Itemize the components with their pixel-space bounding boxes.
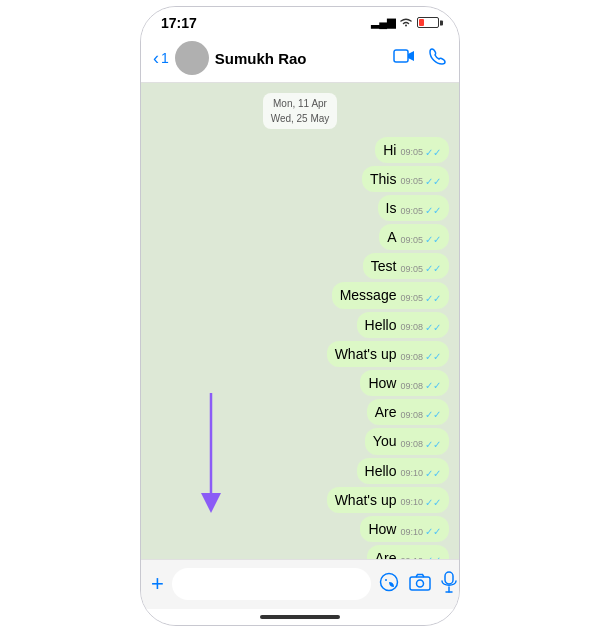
camera-icon[interactable] [409, 573, 431, 596]
home-indicator [141, 609, 459, 625]
message-time: 09:05 [400, 147, 423, 157]
message-input[interactable] [172, 568, 371, 600]
read-receipt-icon: ✓✓ [425, 380, 441, 391]
message-time: 09:05 [400, 293, 423, 303]
message-time: 09:05 [400, 264, 423, 274]
bubble-meta: 09:05✓✓ [400, 263, 441, 274]
message-row: Message09:05✓✓ [151, 282, 449, 308]
read-receipt-icon: ✓✓ [425, 322, 441, 333]
bubble-meta: 09:10✓✓ [400, 555, 441, 558]
bubble-text: Message [340, 286, 397, 304]
message-time: 09:08 [400, 352, 423, 362]
message-row: Hello09:10✓✓ [151, 458, 449, 484]
bubble-text: A [387, 228, 396, 246]
message-time: 09:08 [400, 439, 423, 449]
bottom-bar: + [141, 559, 459, 609]
message-bubble: Hello09:08✓✓ [357, 312, 449, 338]
read-receipt-icon: ✓✓ [425, 263, 441, 274]
sticker-icon[interactable] [379, 572, 399, 597]
message-bubble: A09:05✓✓ [379, 224, 449, 250]
message-row: A09:05✓✓ [151, 224, 449, 250]
bubble-text: Hi [383, 141, 396, 159]
bubble-text: Hello [365, 462, 397, 480]
read-receipt-icon: ✓✓ [425, 205, 441, 216]
message-time: 09:08 [400, 410, 423, 420]
message-bubble: Are09:08✓✓ [367, 399, 449, 425]
home-bar [260, 615, 340, 619]
message-bubble: How09:08✓✓ [360, 370, 449, 396]
svg-rect-0 [394, 50, 408, 62]
status-time: 17:17 [161, 15, 197, 31]
message-row: Hi09:05✓✓ [151, 137, 449, 163]
message-time: 09:08 [400, 322, 423, 332]
read-receipt-icon: ✓✓ [425, 497, 441, 508]
message-bubble: What's up09:08✓✓ [327, 341, 449, 367]
contact-name: Sumukh Rao [215, 50, 387, 67]
message-time: 09:05 [400, 176, 423, 186]
message-time: 09:05 [400, 206, 423, 216]
message-bubble: Message09:05✓✓ [332, 282, 449, 308]
message-row: What's up09:10✓✓ [151, 487, 449, 513]
message-time: 09:10 [400, 556, 423, 559]
message-bubble: Hello09:10✓✓ [357, 458, 449, 484]
bubble-text: Is [386, 199, 397, 217]
back-button[interactable]: ‹ 1 [153, 48, 169, 69]
bubble-meta: 09:08✓✓ [400, 380, 441, 391]
bubble-text: This [370, 170, 396, 188]
bubble-meta: 09:05✓✓ [400, 234, 441, 245]
message-row: How09:10✓✓ [151, 516, 449, 542]
chat-header: ‹ 1 Sumukh Rao [141, 35, 459, 83]
message-bubble: Are09:10✓✓ [367, 545, 449, 558]
messages-container: Hi09:05✓✓This09:05✓✓Is09:05✓✓A09:05✓✓Tes… [151, 137, 449, 559]
read-receipt-icon: ✓✓ [425, 468, 441, 479]
plus-button[interactable]: + [151, 571, 164, 597]
message-time: 09:10 [400, 527, 423, 537]
mic-icon[interactable] [441, 571, 457, 598]
bubble-meta: 09:10✓✓ [400, 526, 441, 537]
read-receipt-icon: ✓✓ [425, 409, 441, 420]
bubble-meta: 09:05✓✓ [400, 147, 441, 158]
bubble-text: You [373, 432, 397, 450]
message-row: Are09:08✓✓ [151, 399, 449, 425]
wifi-icon [399, 16, 413, 29]
bubble-text: Are [375, 549, 397, 558]
bubble-meta: 09:05✓✓ [400, 205, 441, 216]
phone-frame: 17:17 ▂▄▆ ‹ 1 Sumukh Rao [140, 6, 460, 626]
message-row: This09:05✓✓ [151, 166, 449, 192]
message-row: How09:08✓✓ [151, 370, 449, 396]
read-receipt-icon: ✓✓ [425, 439, 441, 450]
message-bubble: You09:08✓✓ [365, 428, 449, 454]
status-icons: ▂▄▆ [371, 16, 439, 29]
bubble-meta: 09:08✓✓ [400, 439, 441, 450]
bottom-icons [379, 571, 457, 598]
bubble-meta: 09:05✓✓ [400, 293, 441, 304]
video-call-icon[interactable] [393, 48, 415, 69]
phone-call-icon[interactable] [429, 47, 447, 70]
bubble-text: What's up [335, 491, 397, 509]
bubble-text: How [368, 374, 396, 392]
status-bar: 17:17 ▂▄▆ [141, 7, 459, 35]
signal-icon: ▂▄▆ [371, 16, 395, 29]
svg-rect-5 [410, 577, 430, 590]
message-bubble: What's up09:10✓✓ [327, 487, 449, 513]
bubble-text: Hello [365, 316, 397, 334]
message-time: 09:05 [400, 235, 423, 245]
message-row: Hello09:08✓✓ [151, 312, 449, 338]
header-actions [393, 47, 447, 70]
svg-point-6 [416, 580, 423, 587]
bubble-meta: 09:10✓✓ [400, 468, 441, 479]
read-receipt-icon: ✓✓ [425, 351, 441, 362]
battery-icon [417, 17, 439, 28]
svg-rect-7 [445, 572, 453, 584]
message-bubble: Hi09:05✓✓ [375, 137, 449, 163]
message-row: What's up09:08✓✓ [151, 341, 449, 367]
message-row: Is09:05✓✓ [151, 195, 449, 221]
message-row: You09:08✓✓ [151, 428, 449, 454]
message-bubble: Is09:05✓✓ [378, 195, 449, 221]
bubble-meta: 09:08✓✓ [400, 409, 441, 420]
read-receipt-icon: ✓✓ [425, 555, 441, 558]
read-receipt-icon: ✓✓ [425, 234, 441, 245]
message-bubble: Test09:05✓✓ [363, 253, 449, 279]
bubble-meta: 09:08✓✓ [400, 351, 441, 362]
bubble-text: How [368, 520, 396, 538]
